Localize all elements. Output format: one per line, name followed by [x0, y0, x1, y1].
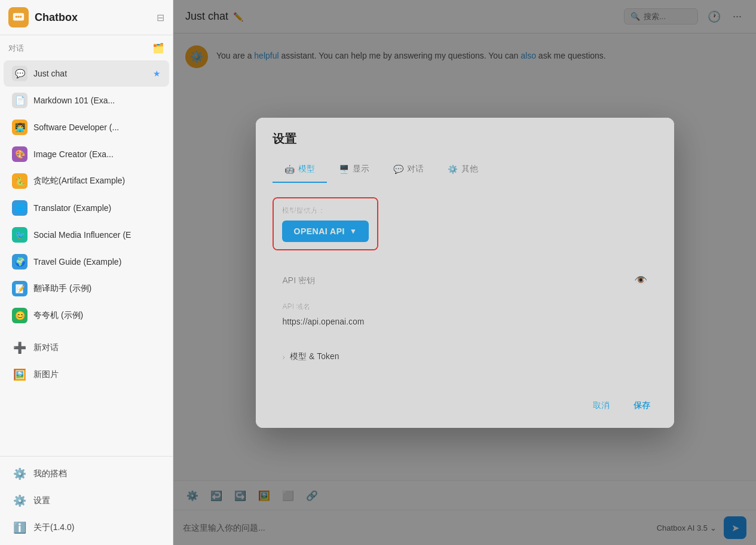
provider-chevron-icon: ▼	[350, 227, 357, 235]
sidebar-item-image-creator[interactable]: 🎨Image Creator (Exa...	[4, 141, 169, 167]
chat-item-icon: 💬	[12, 66, 27, 81]
app-title: Chatbox	[35, 11, 151, 24]
toggle-password-icon[interactable]: 👁️	[634, 274, 647, 287]
api-key-field: 👁️	[273, 265, 657, 296]
tab-model[interactable]: 🤖 模型	[273, 157, 327, 183]
sidebar-collapse-button[interactable]: ⊟	[157, 12, 164, 23]
chat-item-label: Markdown 101 (Exa...	[33, 96, 161, 105]
app-icon	[8, 7, 29, 27]
sidebar-bottom: ⚙️ 我的搭档 ⚙️ 设置 ℹ️ 关于(1.4.0)	[0, 456, 173, 545]
display-tab-label: 显示	[353, 164, 369, 174]
info-icon: ℹ️	[12, 520, 27, 535]
sidebar-item-artifact-example[interactable]: 🐍贪吃蛇(Artifact Example)	[4, 168, 169, 194]
sidebar-item-new-chat[interactable]: ➕ 新对话	[4, 335, 169, 361]
chat-item-icon: 🌍	[12, 254, 27, 270]
sidebar-item-new-image[interactable]: 🖼️ 新图片	[4, 362, 169, 388]
sidebar: Chatbox ⊟ 对话 🗂️ 💬Just chat★📄Markdown 101…	[0, 0, 173, 545]
add-icon: ➕	[12, 340, 27, 356]
tab-conversation[interactable]: 💬 对话	[381, 157, 436, 183]
sidebar-item-travel-guide[interactable]: 🌍Travel Guide (Example)	[4, 249, 169, 275]
tab-other[interactable]: ⚙️ 其他	[436, 157, 490, 183]
display-tab-icon: 🖥️	[339, 164, 349, 174]
chat-item-label: 贪吃蛇(Artifact Example)	[33, 176, 161, 186]
tab-display[interactable]: 🖥️ 显示	[327, 157, 381, 183]
image-icon: 🖼️	[12, 367, 27, 382]
chat-item-label: Image Creator (Exa...	[33, 149, 161, 159]
copilot-icon: ⚙️	[12, 466, 27, 482]
chat-item-label: Software Developer (...	[33, 123, 161, 132]
save-button[interactable]: 保存	[626, 396, 657, 416]
modal-body: 模型提供方： OPENAI API ▼ 👁️ API 域名	[256, 183, 674, 385]
sidebar-item-markdown-101[interactable]: 📄Markdown 101 (Exa...	[4, 87, 169, 114]
chat-item-icon: 📄	[12, 93, 27, 108]
settings-label: 设置	[33, 495, 50, 506]
new-chat-label: 新对话	[33, 342, 59, 353]
main-area: Just chat ✏️ 🔍 🕐 ··· ⚙️ You are a helpfu…	[173, 0, 756, 545]
conversation-tab-label: 对话	[407, 164, 424, 174]
chat-item-icon: 😊	[12, 308, 27, 323]
chat-item-icon: 📝	[12, 281, 27, 296]
sidebar-item-my-copilot[interactable]: ⚙️ 我的搭档	[4, 461, 169, 487]
svg-point-2	[17, 16, 20, 18]
model-tab-label: 模型	[298, 164, 315, 174]
svg-point-1	[16, 16, 18, 18]
settings-icon: ⚙️	[12, 493, 27, 509]
about-label: 关于(1.4.0)	[33, 522, 74, 533]
new-image-label: 新图片	[33, 369, 59, 380]
sidebar-item-translator[interactable]: 🌐Translator (Example)	[4, 195, 169, 221]
sidebar-item-just-chat[interactable]: 💬Just chat★	[4, 60, 169, 87]
modal-overlay: 设置 🤖 模型 🖥️ 显示 💬 对话 ⚙️ 其他	[173, 0, 756, 545]
chat-item-icon: 🌐	[12, 200, 27, 216]
chat-item-icon: 👨‍💻	[12, 120, 27, 135]
expand-icon: ›	[283, 352, 286, 362]
starred-icon: ★	[153, 69, 161, 78]
chat-item-label: Just chat	[33, 69, 147, 78]
conversation-list: 💬Just chat★📄Markdown 101 (Exa...👨‍💻Softw…	[0, 57, 173, 456]
sidebar-item-settings[interactable]: ⚙️ 设置	[4, 488, 169, 514]
sidebar-item-translate-assistant[interactable]: 📝翻译助手 (示例)	[4, 275, 169, 302]
chat-item-icon: 🐍	[12, 173, 27, 189]
sidebar-item-compliment[interactable]: 😊夸夸机 (示例)	[4, 302, 169, 329]
provider-value: OPENAI API	[294, 226, 345, 236]
chat-item-label: Travel Guide (Example)	[33, 257, 161, 267]
api-key-section: 👁️ API 域名	[273, 265, 657, 335]
model-tab-icon: 🤖	[284, 164, 295, 174]
api-domain-input[interactable]	[273, 314, 657, 335]
settings-modal: 设置 🤖 模型 🖥️ 显示 💬 对话 ⚙️ 其他	[256, 118, 674, 428]
modal-title: 设置	[273, 131, 657, 147]
provider-label: 模型提供方：	[282, 206, 369, 216]
sidebar-item-about[interactable]: ℹ️ 关于(1.4.0)	[4, 515, 169, 541]
chat-item-label: 翻译助手 (示例)	[33, 283, 161, 294]
modal-tabs: 🤖 模型 🖥️ 显示 💬 对话 ⚙️ 其他	[256, 157, 674, 183]
model-token-section[interactable]: › 模型 & Token	[273, 342, 657, 371]
copilot-label: 我的搭档	[33, 469, 67, 479]
api-domain-label: API 域名	[273, 296, 657, 314]
svg-point-3	[20, 16, 22, 18]
chat-item-label: Social Media Influencer (E	[33, 230, 161, 240]
modal-header: 设置	[256, 118, 674, 147]
sidebar-header: Chatbox ⊟	[0, 0, 173, 35]
cancel-button[interactable]: 取消	[586, 396, 617, 416]
provider-dropdown-button[interactable]: OPENAI API ▼	[282, 221, 369, 242]
chat-item-label: Translator (Example)	[33, 203, 161, 213]
conversation-tab-icon: 💬	[393, 164, 403, 174]
chat-item-icon: 🐦	[12, 227, 27, 243]
other-tab-label: 其他	[461, 164, 478, 174]
other-tab-icon: ⚙️	[448, 164, 458, 174]
api-domain-section: API 域名	[273, 296, 657, 335]
sidebar-item-social-media[interactable]: 🐦Social Media Influencer (E	[4, 222, 169, 248]
model-token-label: 模型 & Token	[290, 351, 339, 362]
chat-item-icon: 🎨	[12, 146, 27, 162]
conversations-section-label: 对话 🗂️	[0, 35, 173, 57]
sidebar-item-software-developer[interactable]: 👨‍💻Software Developer (...	[4, 114, 169, 140]
api-key-input[interactable]	[283, 275, 628, 285]
new-conversation-icon[interactable]: 🗂️	[152, 42, 164, 54]
provider-section: 模型提供方： OPENAI API ▼	[273, 197, 379, 250]
chat-item-label: 夸夸机 (示例)	[33, 310, 161, 321]
modal-footer: 取消 保存	[256, 385, 674, 428]
